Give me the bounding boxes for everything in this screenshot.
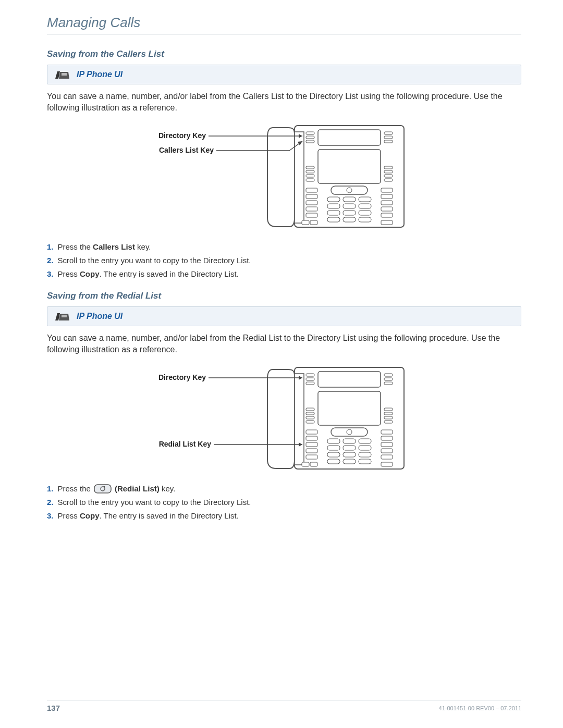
step-text: Press [58, 511, 80, 520]
step-number: 3. [47, 510, 54, 521]
step-item: 2. Scroll to the entry you want to copy … [47, 255, 521, 266]
svg-rect-18 [384, 179, 393, 181]
svg-rect-64 [306, 416, 314, 419]
illustration-redial: Directory Key Redial List Key [47, 361, 521, 480]
svg-rect-53 [295, 374, 304, 465]
page-title: Managing Calls [47, 15, 521, 31]
footer-rule [47, 700, 521, 700]
svg-rect-5 [306, 136, 314, 139]
svg-rect-77 [359, 446, 371, 450]
svg-rect-54 [318, 372, 381, 387]
svg-rect-28 [343, 211, 356, 215]
redial-list-key-label: Redial List Key [159, 440, 212, 448]
svg-rect-39 [381, 194, 393, 199]
ip-phone-ui-box: IP Phone UI [47, 65, 521, 84]
ip-phone-ui-box: IP Phone UI [47, 306, 521, 326]
svg-rect-41 [381, 207, 393, 211]
svg-rect-34 [306, 194, 317, 199]
svg-rect-81 [327, 459, 340, 464]
svg-rect-51 [62, 315, 67, 317]
svg-rect-59 [384, 378, 393, 380]
svg-rect-101 [94, 485, 111, 493]
step-text-bold: Copy [80, 269, 100, 278]
svg-rect-38 [381, 188, 393, 192]
svg-rect-68 [384, 416, 393, 419]
svg-rect-31 [343, 217, 356, 222]
svg-rect-29 [359, 211, 371, 215]
svg-rect-94 [302, 462, 309, 466]
callers-list-key-label: Callers List Key [159, 146, 214, 154]
page-footer: 137 41-001451-00 REV00 – 07.2011 [47, 700, 521, 712]
svg-rect-26 [359, 204, 371, 208]
svg-rect-76 [343, 446, 356, 450]
svg-rect-73 [343, 439, 356, 443]
svg-rect-3 [318, 130, 381, 145]
svg-rect-85 [306, 436, 317, 440]
svg-rect-60 [384, 382, 393, 385]
svg-rect-89 [381, 430, 393, 434]
svg-rect-32 [359, 217, 371, 222]
step-text: Press the [58, 242, 93, 251]
svg-rect-13 [306, 175, 314, 177]
svg-rect-67 [384, 412, 393, 415]
svg-rect-69 [384, 421, 393, 423]
svg-rect-30 [327, 217, 340, 222]
svg-rect-78 [327, 452, 340, 457]
step-number: 2. [47, 497, 54, 508]
directory-key-label: Directory Key [158, 373, 206, 381]
svg-rect-84 [306, 430, 317, 434]
svg-rect-86 [306, 442, 317, 447]
svg-rect-57 [306, 382, 314, 385]
ip-phone-ui-label: IP Phone UI [77, 312, 123, 321]
step-text: Press [58, 269, 80, 278]
svg-rect-74 [359, 439, 371, 443]
svg-rect-37 [306, 213, 317, 217]
step-text: Press the [58, 483, 91, 494]
svg-rect-9 [384, 140, 393, 143]
svg-rect-62 [306, 408, 314, 411]
svg-rect-21 [327, 197, 340, 202]
desk-phone-icon [54, 68, 70, 81]
svg-rect-40 [381, 201, 393, 205]
svg-rect-61 [318, 391, 381, 425]
svg-rect-12 [306, 170, 314, 173]
svg-rect-24 [327, 204, 340, 208]
svg-rect-80 [359, 452, 371, 457]
svg-rect-11 [306, 166, 314, 169]
svg-rect-4 [306, 132, 314, 134]
svg-rect-22 [343, 197, 356, 202]
step-text: Scroll to the entry you want to copy to … [58, 497, 251, 508]
svg-rect-10 [318, 150, 381, 183]
svg-rect-55 [306, 374, 314, 376]
svg-rect-88 [306, 455, 317, 459]
ip-phone-ui-label: IP Phone UI [77, 70, 123, 79]
svg-rect-27 [327, 211, 340, 215]
section1-intro: You can save a name, number, and/or labe… [47, 91, 521, 113]
svg-rect-91 [381, 442, 393, 447]
step-item: 2. Scroll to the entry you want to copy … [47, 497, 521, 508]
svg-rect-56 [306, 378, 314, 380]
redial-key-icon [94, 484, 112, 493]
step-item: 1. Press the Callers List key. [47, 241, 521, 252]
illustration-callers: Directory Key Callers List Key [47, 119, 521, 238]
phone-diagram-svg: Directory Key Callers List Key [138, 121, 430, 231]
step-text: . The entry is saved in the Directory Li… [100, 269, 239, 278]
directory-key-label: Directory Key [158, 131, 206, 140]
svg-rect-93 [381, 455, 393, 459]
svg-rect-36 [306, 207, 317, 211]
step-number: 2. [47, 255, 54, 266]
svg-rect-75 [327, 446, 340, 450]
phone-diagram-svg: Directory Key Redial List Key [138, 363, 430, 473]
svg-point-71 [347, 429, 352, 435]
step-text: key. [135, 242, 151, 251]
document-page: Managing Calls Saving from the Callers L… [0, 0, 563, 728]
svg-rect-15 [384, 166, 393, 169]
svg-rect-63 [306, 412, 314, 415]
svg-rect-92 [381, 449, 393, 453]
svg-rect-82 [343, 459, 356, 464]
step-text-bold: (Redial List) [115, 484, 160, 493]
step-number: 3. [47, 268, 54, 279]
svg-rect-0 [62, 73, 67, 76]
svg-rect-14 [306, 179, 314, 181]
svg-rect-17 [384, 175, 393, 177]
